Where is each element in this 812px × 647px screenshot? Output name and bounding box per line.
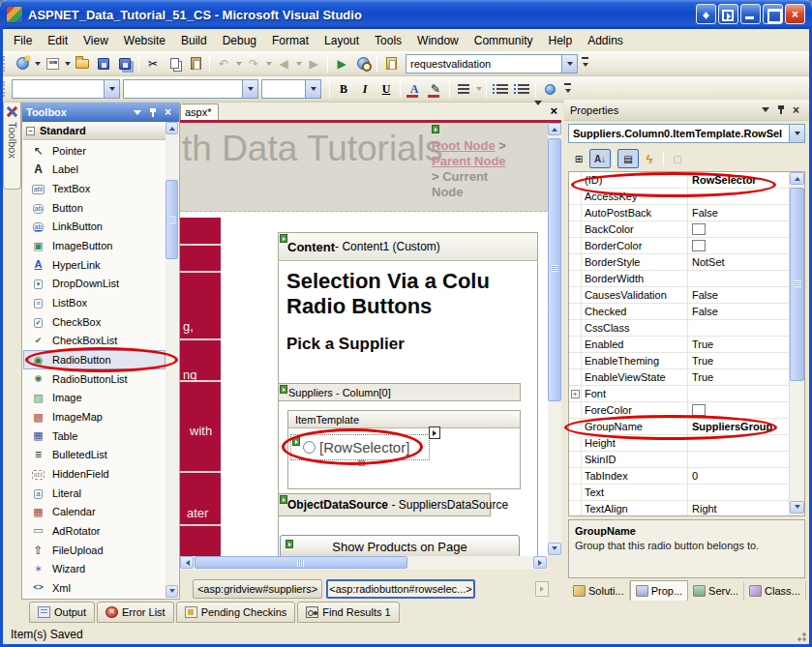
font-name-combo[interactable] — [123, 79, 258, 99]
breadcrumb-root-link[interactable]: Root Node — [432, 138, 496, 153]
scrollbar-thumb[interactable] — [548, 138, 561, 401]
property-row-forecolor[interactable]: ForeColor — [569, 402, 804, 419]
designer-vertical-scrollbar[interactable] — [548, 123, 561, 556]
tab-server-explorer[interactable]: Serv... — [688, 581, 744, 601]
tag-gridview[interactable]: <asp:gridview#suppliers> — [193, 579, 322, 599]
property-row-enableviewstate[interactable]: EnableViewStateTrue — [569, 369, 804, 386]
toolbar-grip[interactable] — [3, 81, 8, 97]
toolbox-title-bar[interactable]: Toolbox × — [22, 103, 179, 122]
new-website-button[interactable] — [12, 53, 33, 74]
toolbox-item-hiddenfield[interactable]: ablHiddenField — [23, 464, 165, 484]
property-row-backcolor[interactable]: BackColor — [569, 221, 804, 238]
document-list-dropdown[interactable] — [534, 105, 542, 117]
underline-button[interactable]: U — [376, 79, 397, 100]
bulleted-list-button[interactable] — [490, 79, 511, 100]
toolbox-item-wizard[interactable]: ✶Wizard — [23, 559, 165, 578]
save-button[interactable] — [93, 53, 114, 74]
search-combo-value[interactable]: requestvalidation — [406, 58, 561, 70]
document-tab-aspx[interactable]: aspx* — [180, 103, 219, 120]
toolbox-item-literal[interactable]: aLiteral — [23, 484, 165, 503]
menu-tools[interactable]: Tools — [367, 31, 409, 50]
menu-view[interactable]: View — [75, 31, 116, 50]
navigate-forward-button[interactable]: ▶ — [303, 53, 324, 74]
alignment-dropdown[interactable] — [474, 79, 483, 100]
toolbox-item-xml[interactable]: <>Xml — [23, 578, 165, 598]
gridview-column-header[interactable]: Suppliers - Column[0] — [278, 383, 521, 401]
toolbox-item-radiobutton[interactable]: ◉RadioButton — [23, 350, 165, 369]
collapse-icon[interactable]: − — [26, 127, 35, 135]
tab-properties[interactable]: Prop... — [630, 580, 688, 601]
object-selector-dropdown[interactable] — [789, 125, 804, 142]
menu-window[interactable]: Window — [409, 31, 466, 50]
toolbox-scrollbar[interactable] — [165, 122, 178, 598]
toolbox-item-hyperlink[interactable]: AHyperLink — [23, 255, 165, 275]
document-close-button[interactable]: × — [550, 106, 557, 116]
undo-button[interactable]: ↶ — [213, 53, 234, 74]
tab-pending-checkins[interactable]: Pending Checkins — [176, 602, 296, 623]
designer-horizontal-scrollbar[interactable] — [180, 556, 548, 570]
properties-view-button[interactable]: ▤ — [617, 149, 639, 168]
find-in-files-button[interactable] — [380, 53, 402, 74]
menu-website[interactable]: Website — [116, 31, 173, 50]
screen-switch-button[interactable] — [696, 4, 716, 24]
scroll-left-button[interactable] — [180, 556, 194, 569]
toolbox-item-image[interactable]: ▨Image — [23, 389, 165, 408]
scroll-up-button[interactable] — [548, 123, 561, 135]
toolbox-window-menu-button[interactable] — [130, 105, 144, 119]
properties-title-bar[interactable]: Properties × — [564, 100, 809, 121]
radiobutton-selection[interactable]: [RowSelector] — [290, 434, 430, 460]
property-row-id[interactable]: (ID)RowSelector — [569, 172, 804, 189]
highlight-button[interactable]: ✎ — [425, 79, 446, 100]
property-row-autopostback[interactable]: AutoPostBackFalse — [569, 205, 804, 221]
minimize-button[interactable] — [740, 4, 761, 24]
properties-window-menu-button[interactable] — [758, 103, 772, 117]
target-rule-combo[interactable] — [12, 79, 120, 99]
alphabetical-button[interactable]: A↓ — [589, 149, 611, 168]
toolbox-close-button[interactable]: × — [161, 105, 175, 119]
paste-button[interactable] — [185, 53, 206, 74]
toolbox-item-button[interactable]: abButton — [23, 198, 165, 218]
toolbar-overflow-button[interactable] — [564, 83, 571, 96]
cut-button[interactable]: ✂ — [142, 53, 164, 74]
property-row-borderstyle[interactable]: BorderStyleNotSet — [569, 254, 804, 271]
property-row-groupname[interactable]: GroupNameSuppliersGroup — [569, 419, 804, 435]
toolbar-grip[interactable] — [3, 56, 8, 72]
tab-class-view[interactable]: Class... — [744, 581, 806, 601]
tab-find-results[interactable]: Find Results 1 — [297, 602, 399, 623]
objectdatasource-control[interactable]: ObjectDataSource - SuppliersDataSource — [278, 493, 491, 516]
toolbox-item-listbox[interactable]: ≡ListBox — [23, 293, 165, 312]
alignment-button[interactable] — [453, 79, 474, 100]
toolbox-pin-button[interactable] — [145, 105, 160, 119]
toolbox-item-radiobuttonlist[interactable]: ◉RadioButtonList — [23, 369, 165, 389]
property-row-tabindex[interactable]: TabIndex0 — [569, 468, 804, 485]
menu-layout[interactable]: Layout — [316, 31, 367, 50]
toolbox-item-pointer[interactable]: ↖Pointer — [23, 141, 165, 161]
menu-edit[interactable]: Edit — [40, 31, 75, 50]
content-placeholder[interactable]: Content - Content1 (Custom) Selection Vi… — [278, 232, 538, 556]
add-new-item-dropdown[interactable] — [63, 53, 72, 74]
properties-pin-button[interactable] — [773, 103, 788, 117]
search-combo[interactable]: requestvalidation — [406, 54, 578, 74]
property-row-skinid[interactable]: SkinID — [569, 452, 804, 468]
scroll-right-button[interactable] — [533, 556, 547, 569]
toolbox-item-linkbutton[interactable]: abLinkButton — [23, 218, 165, 237]
toolbox-item-checkbox[interactable]: ✔CheckBox — [23, 312, 165, 332]
tag-radiobutton[interactable]: <asp:radiobutton#rowselec...> — [326, 579, 475, 599]
selection-handle[interactable] — [358, 460, 365, 466]
undo-dropdown[interactable] — [234, 53, 243, 74]
font-color-button[interactable]: A — [404, 79, 425, 100]
content-placeholder-header[interactable]: Content - Content1 (Custom) — [279, 233, 537, 261]
redo-button[interactable]: ↷ — [243, 53, 264, 74]
detach-window-button[interactable] — [718, 4, 738, 24]
toolbox-item-table[interactable]: ▦Table — [23, 426, 165, 446]
numbered-list-button[interactable] — [511, 79, 532, 100]
italic-button[interactable]: I — [354, 79, 376, 100]
view-in-browser-button[interactable] — [352, 53, 374, 74]
toolbox-autohide-tab[interactable]: Toolbox — [3, 103, 21, 190]
menu-community[interactable]: Community — [466, 31, 541, 50]
smart-tag-button[interactable] — [429, 426, 440, 439]
property-pages-button[interactable]: ▢ — [667, 149, 688, 168]
tab-error-list[interactable]: Error List — [97, 602, 174, 623]
categorized-button[interactable]: ⊞ — [568, 149, 589, 168]
toolbox-item-calendar[interactable]: ▦Calendar — [23, 502, 165, 521]
